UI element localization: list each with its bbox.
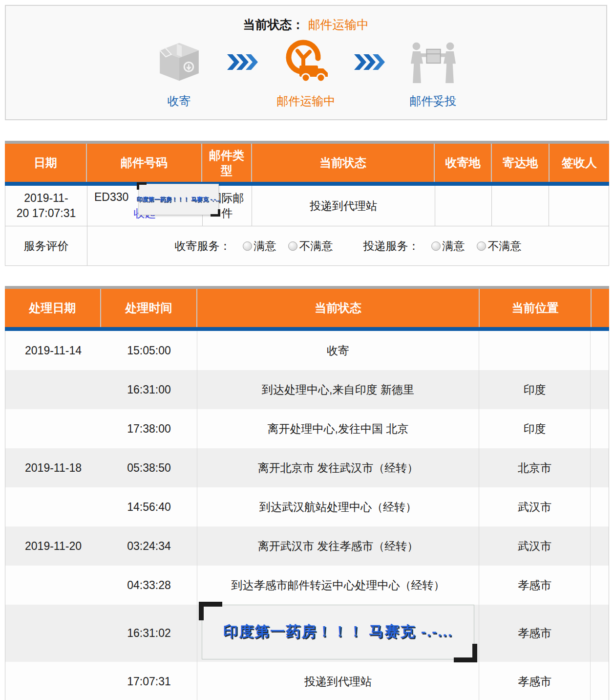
history-table-header: 处理日期处理时间当前状态当前位置 — [5, 289, 609, 327]
history-extra-cell — [590, 662, 609, 700]
mail-column-header: 邮件类型 — [202, 144, 251, 182]
status-panel: 当前状态：邮件运输中 — [5, 5, 607, 120]
delivery-unsatisfied-option[interactable]: 不满意 — [477, 239, 522, 254]
step-label-accepted: 收寄 — [138, 93, 221, 109]
watermark-corner-icon — [454, 644, 477, 662]
history-time-cell: 05:38:50 — [101, 448, 197, 487]
mail-column-header: 日期 — [5, 144, 86, 182]
pickup-unsatisfied-radio[interactable] — [288, 241, 297, 251]
package-icon — [157, 41, 202, 86]
history-row: 2019-11-14 15:05:00 收寄 — [5, 331, 609, 370]
history-time-cell: 04:33:28 — [101, 566, 197, 605]
delivery-unsatisfied-radio[interactable] — [477, 241, 486, 251]
pickup-unsatisfied-label[interactable]: 不满意 — [299, 239, 333, 254]
step-label-delivered: 邮件妥投 — [392, 93, 475, 109]
history-time-cell: 15:05:00 — [101, 331, 197, 370]
history-date-cell — [5, 487, 101, 526]
mail-table-header: 日期邮件号码邮件类型当前状态收寄地寄达地签收人 — [5, 144, 609, 182]
current-status-title: 当前状态：邮件运输中 — [6, 17, 606, 33]
watermark-corner-icon — [199, 602, 222, 620]
mail-info-table: 日期邮件号码邮件类型当前状态收寄地寄达地签收人 2019-11- 20 17:0… — [5, 141, 609, 266]
history-status-cell: 离开武汉市 发往孝感市（经转） — [197, 526, 479, 566]
history-column-header-empty — [592, 289, 609, 327]
watermark-overlay-large: 印度第一药房！！！ 马赛克 -.-... — [202, 605, 474, 659]
history-time-cell: 16:31:02 — [101, 605, 197, 662]
history-extra-cell — [590, 605, 609, 662]
history-date-cell — [5, 605, 101, 662]
history-location-cell: 印度 — [479, 409, 590, 448]
mail-column-header: 当前状态 — [252, 144, 434, 182]
delivery-satisfied-option[interactable]: 满意 — [431, 239, 465, 254]
mail-date-cell: 2019-11- 20 17:07:31 — [5, 186, 87, 226]
history-time-cell: 03:24:34 — [101, 526, 197, 566]
history-location-cell: 北京市 — [479, 448, 590, 487]
history-status-cell: 离开处理中心,发往中国 北京 — [197, 409, 479, 448]
history-location-cell: 孝感市 — [479, 605, 590, 662]
history-extra-cell — [590, 487, 609, 526]
mail-table-row: 2019-11- 20 17:07:31 ED330 收起 国际邮 件 投递到代… — [5, 186, 609, 226]
history-status-cell: 到达武汉航站处理中心（经转） — [197, 487, 479, 526]
history-column-header: 当前状态 — [197, 289, 479, 327]
history-row: 14:56:40 到达武汉航站处理中心（经转） 武汉市 — [5, 487, 609, 526]
chevron-arrows-icon — [354, 53, 386, 73]
current-status-label: 当前状态： — [243, 18, 304, 31]
truck-clock-icon — [283, 39, 330, 88]
history-status-cell: 到达孝感市邮件转运中心处理中心（经转） — [197, 566, 479, 605]
pickup-unsatisfied-option[interactable]: 不满意 — [288, 239, 333, 254]
history-status-cell: 投递到代理站 — [197, 662, 479, 700]
history-table-body: 2019-11-14 15:05:00 收寄 16:31:00 到达处理中心,来… — [5, 331, 609, 700]
history-location-cell: 孝感市 — [479, 566, 590, 605]
history-row: 16:31:00 到达处理中心,来自印度 新德里 印度 — [5, 370, 609, 409]
history-date-cell: 2019-11-14 — [5, 331, 101, 370]
history-row: 17:38:00 离开处理中心,发往中国 北京 印度 — [5, 409, 609, 448]
mail-date: 2019-11- 20 17:07:31 — [17, 191, 76, 221]
mail-status-cell: 投递到代理站 — [252, 186, 435, 226]
history-row: 2019-11-18 05:38:50 离开北京市 发往武汉市（经转） 北京市 — [5, 448, 609, 487]
delivery-service-label: 投递服务： — [363, 239, 420, 254]
evaluation-controls: 收寄服务： 满意 不满意 投递服务： 满意 不满意 — [87, 226, 609, 265]
evaluation-label: 服务评价 — [5, 226, 87, 265]
pickup-satisfied-radio[interactable] — [243, 241, 252, 251]
mail-signer-cell — [549, 186, 609, 226]
history-time-cell: 14:56:40 — [101, 487, 197, 526]
pickup-satisfied-label[interactable]: 满意 — [254, 239, 276, 254]
history-location-cell: 印度 — [479, 370, 590, 409]
mail-origin-cell — [435, 186, 491, 226]
delivery-icon — [407, 40, 459, 86]
progress-steps — [6, 40, 606, 87]
watermark-corner-icon — [211, 209, 220, 217]
header-divider-bar — [5, 327, 609, 331]
history-time-cell: 16:31:00 — [101, 370, 197, 409]
history-location-cell: 孝感市 — [479, 662, 590, 700]
history-status-cell: 离开北京市 发往武汉市（经转） — [197, 448, 479, 487]
history-location-cell: 武汉市 — [479, 487, 590, 526]
history-row: 17:07:31 投递到代理站 孝感市 — [5, 662, 609, 700]
history-status-cell: 收寄 — [197, 331, 479, 370]
pickup-service-label: 收寄服务： — [175, 239, 231, 254]
history-row: 2019-11-20 03:24:34 离开武汉市 发往孝感市（经转） 武汉市 — [5, 526, 609, 566]
watermark-text: 印度第一药房！！！ 马赛克 -.-... — [137, 196, 221, 204]
pickup-service-group: 收寄服务： 满意 不满意 — [175, 239, 333, 254]
history-time-cell: 17:38:00 — [101, 409, 197, 448]
history-status-cell: 到达处理中心,来自印度 新德里 — [197, 370, 479, 409]
history-extra-cell — [590, 526, 609, 566]
progress-step-labels: 收寄 邮件运输中 邮件妥投 — [6, 93, 606, 109]
mail-column-header: 寄达地 — [492, 144, 549, 182]
delivery-unsatisfied-label[interactable]: 不满意 — [488, 239, 522, 254]
mail-column-header: 收寄地 — [435, 144, 491, 182]
current-status-value: 邮件运输中 — [308, 18, 369, 31]
history-location-cell: 武汉市 — [479, 526, 590, 566]
history-column-header: 处理日期 — [5, 289, 100, 327]
step-label-in-transit: 邮件运输中 — [265, 93, 348, 109]
service-evaluation-row: 服务评价 收寄服务： 满意 不满意 投递服务： 满意 — [5, 226, 609, 266]
history-column-header: 处理时间 — [101, 289, 196, 327]
delivery-satisfied-label[interactable]: 满意 — [443, 239, 465, 254]
delivery-satisfied-radio[interactable] — [431, 241, 441, 251]
history-date-cell — [5, 409, 101, 448]
history-extra-cell — [590, 370, 609, 409]
history-date-cell: 2019-11-20 — [5, 526, 101, 566]
history-column-header: 当前位置 — [480, 289, 591, 327]
pickup-satisfied-option[interactable]: 满意 — [243, 239, 276, 254]
history-row: 16:31:02 印度第一药房！！！ 马赛克 -.-... 孝感市 — [5, 605, 609, 662]
history-date-cell — [5, 566, 101, 605]
